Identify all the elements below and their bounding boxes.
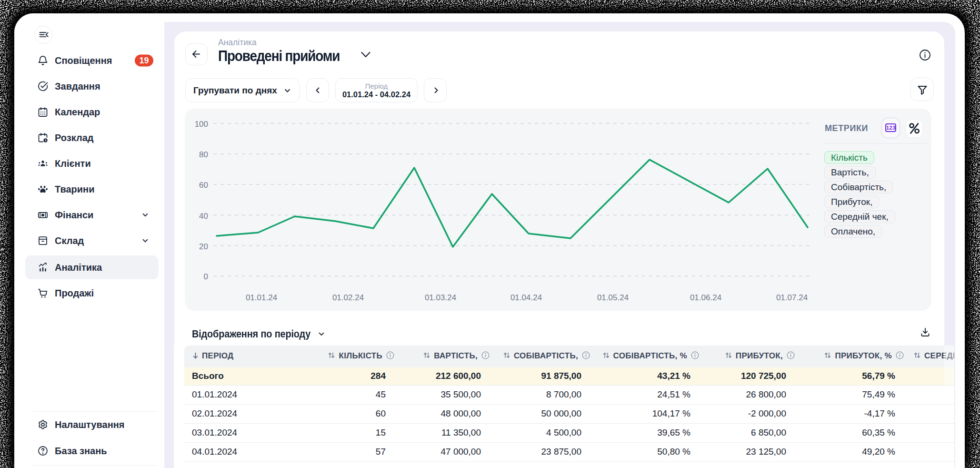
svg-text:40: 40 (199, 212, 208, 221)
svg-text:01.03.24: 01.03.24 (425, 293, 456, 302)
svg-text:20: 20 (199, 242, 208, 251)
svg-text:01.05.24: 01.05.24 (597, 293, 629, 302)
svg-text:80: 80 (199, 150, 208, 159)
svg-text:0: 0 (204, 272, 208, 281)
svg-text:60: 60 (199, 181, 208, 190)
svg-text:01.04.24: 01.04.24 (510, 293, 542, 302)
svg-text:100: 100 (195, 120, 208, 129)
svg-text:01.07.24: 01.07.24 (776, 293, 808, 302)
svg-text:01.06.24: 01.06.24 (690, 293, 721, 302)
svg-text:01.01.24: 01.01.24 (246, 293, 277, 302)
svg-text:01.02.24: 01.02.24 (332, 293, 364, 302)
